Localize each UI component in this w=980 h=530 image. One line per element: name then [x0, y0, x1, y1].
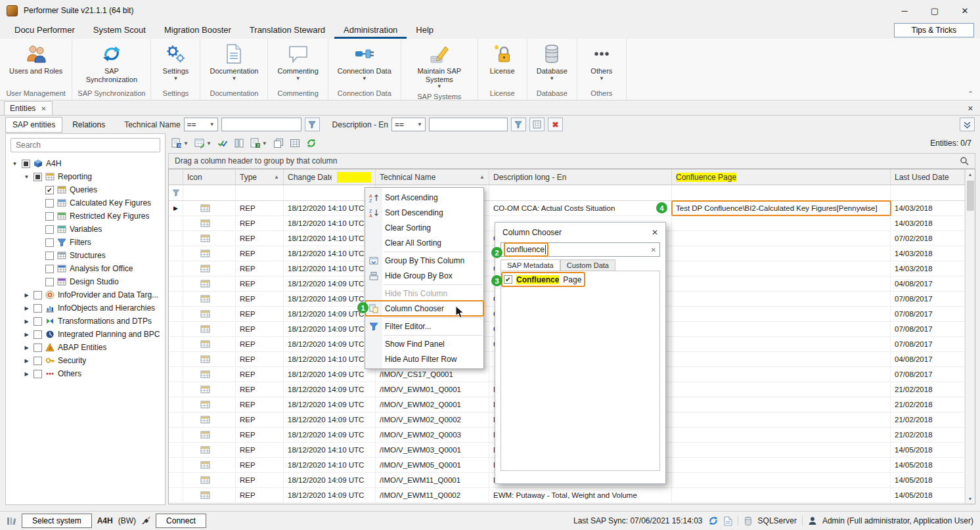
tree-item-filters[interactable]: Filters: [6, 236, 165, 249]
column-header-description-long-en[interactable]: Description long - En: [489, 169, 672, 185]
tree-item-queries[interactable]: ✔Queries: [6, 183, 165, 196]
tree-search-input[interactable]: [11, 138, 160, 152]
connect-button[interactable]: Connect: [156, 514, 206, 528]
column-header-item[interactable]: [169, 169, 183, 185]
sync-status-icon[interactable]: [708, 516, 719, 526]
column-header-icon[interactable]: Icon: [183, 169, 236, 185]
checkbox-unchecked-icon[interactable]: [45, 265, 54, 273]
tabbar-close-icon[interactable]: ✕: [968, 104, 973, 115]
expander-right-icon[interactable]: ▶: [23, 345, 30, 351]
tree-item-calculated-key-figures[interactable]: Calculated Key Figures: [6, 196, 165, 210]
checkbox-unchecked-icon[interactable]: [45, 252, 54, 260]
column-chooser-item-confluence-page[interactable]: ✔Confluence Page: [502, 273, 585, 286]
technical-name-filter-input[interactable]: [221, 118, 301, 131]
expander-right-icon[interactable]: ▶: [23, 319, 30, 324]
ribbon-button-others[interactable]: Others▼: [583, 41, 621, 87]
ribbon-collapse-icon[interactable]: ⌃: [968, 90, 973, 97]
tree-item-restricted-key-figures[interactable]: Restricted Key Figures: [6, 210, 165, 223]
tree-item-others[interactable]: ▶Others: [6, 367, 165, 380]
dialog-tab-sap-metadata[interactable]: SAP Metadata: [501, 259, 560, 271]
scrollbar-thumb[interactable]: [967, 181, 974, 211]
technical-name-filter-button[interactable]: [305, 118, 320, 131]
table-row[interactable]: REP18/12/2020 14:09 UTC/IMO/V_EWM11_Q000…: [169, 488, 965, 503]
tree-item-design-studio[interactable]: Design Studio: [6, 275, 165, 288]
menu-administration[interactable]: Administration: [334, 22, 407, 39]
filter-cell[interactable]: [489, 185, 672, 200]
tree-item-infoprovider-and-data-targ[interactable]: ▶InfoProvider and Data Targ...: [6, 288, 165, 301]
context-menu-item-sort-descending[interactable]: ZASort Descending: [365, 205, 483, 220]
search-icon[interactable]: [960, 156, 969, 166]
filter-cell[interactable]: [891, 185, 965, 200]
menu-translation-steward[interactable]: Translation Steward: [240, 22, 334, 39]
copy-button[interactable]: [271, 136, 286, 150]
tree-item-integrated-planning-and-bpc[interactable]: ▶Integrated Planning and BPC: [6, 328, 165, 341]
checkbox-checked-icon[interactable]: ✔: [45, 186, 54, 194]
auto-filter-row[interactable]: [169, 185, 965, 201]
expand-filters-button[interactable]: [960, 118, 975, 131]
refresh-button[interactable]: [304, 136, 319, 150]
checkbox-unchecked-icon[interactable]: [45, 238, 54, 247]
layout-button[interactable]: [288, 136, 302, 150]
context-menu-item-sort-ascending[interactable]: AZSort Ascending: [365, 190, 483, 205]
tree-item-security[interactable]: ▶Security: [6, 354, 165, 367]
ribbon-button-license[interactable]: License: [483, 41, 522, 87]
filter-cell[interactable]: [183, 185, 236, 200]
expander-down-icon[interactable]: ▼: [11, 161, 18, 167]
tips-and-tricks-button[interactable]: Tips & Tricks: [894, 23, 974, 37]
checkbox-unchecked-icon[interactable]: [45, 199, 54, 208]
tab-close-icon[interactable]: ✕: [41, 105, 46, 112]
column-header-type[interactable]: Type▲: [236, 169, 284, 185]
description-filter-input[interactable]: [429, 118, 508, 131]
checkbox-checked-icon[interactable]: ✔: [504, 275, 512, 284]
context-menu-item-clear-sorting[interactable]: Clear Sorting: [365, 220, 483, 235]
menu-docu-performer[interactable]: Docu Performer: [5, 22, 84, 39]
context-menu-item-show-find-panel[interactable]: Show Find Panel: [365, 336, 483, 351]
checkbox-unchecked-icon[interactable]: [45, 225, 54, 234]
checkbox-unchecked-icon[interactable]: [33, 357, 42, 365]
ribbon-button-users-and-roles[interactable]: Users and Roles: [5, 41, 66, 87]
description-filter-button[interactable]: [511, 118, 526, 131]
context-menu-item-group-by-this-column[interactable]: Group By This Column: [365, 253, 483, 268]
table-row[interactable]: ▶REP18/12/2020 14:10 UTCCO-OM CCA: Actua…: [169, 201, 965, 216]
tree-item-reporting[interactable]: ▼Reporting: [6, 170, 165, 183]
select-system-button[interactable]: Select system: [22, 514, 92, 528]
column-search-input[interactable]: confluence ✕: [501, 242, 660, 257]
checkbox-partial-icon[interactable]: [22, 160, 30, 168]
checkbox-unchecked-icon[interactable]: [33, 304, 42, 313]
menu-help[interactable]: Help: [407, 22, 443, 39]
expander-right-icon[interactable]: ▶: [23, 305, 30, 311]
expander-right-icon[interactable]: ▶: [23, 332, 30, 338]
checkbox-unchecked-icon[interactable]: [45, 212, 54, 221]
tab-entities[interactable]: Entities ✕: [4, 101, 53, 115]
expander-right-icon[interactable]: ▶: [23, 358, 30, 364]
checkbox-unchecked-icon[interactable]: [33, 291, 42, 299]
menu-migration-booster[interactable]: Migration Booster: [155, 22, 240, 39]
tree-item-a4h[interactable]: ▼A4H: [6, 157, 165, 170]
ribbon-button-settings[interactable]: Settings▼: [156, 41, 194, 87]
filter-cell[interactable]: [284, 185, 376, 200]
log-document-icon[interactable]: [724, 516, 732, 526]
ribbon-button-maintain-sap-systems[interactable]: Maintain SAP Systems▼: [407, 41, 472, 91]
tab-relations[interactable]: Relations: [66, 118, 112, 132]
description-operator-select[interactable]: == ▼: [391, 118, 426, 131]
clear-search-icon[interactable]: ✕: [651, 246, 656, 254]
context-menu-item-filter-editor[interactable]: Filter Editor...: [365, 319, 483, 334]
tree-item-structures[interactable]: Structures: [6, 249, 165, 262]
context-menu-item-hide-auto-filter-row[interactable]: Hide Auto Filter Row: [365, 351, 483, 366]
tree-item-infoobjects-and-hierarchies[interactable]: ▶InfoObjects and Hierarchies: [6, 301, 165, 315]
checkbox-unchecked-icon[interactable]: [33, 343, 42, 352]
dialog-close-icon[interactable]: ✕: [652, 228, 658, 237]
tree-item-variables[interactable]: Variables: [6, 223, 165, 236]
column-header-last-used-date[interactable]: Last Used Date: [891, 169, 965, 185]
filter-row-indicator[interactable]: [169, 185, 183, 200]
library-icon[interactable]: [7, 516, 16, 525]
tree-item-analysis-for-office[interactable]: Analysis for Office: [6, 262, 165, 275]
expander-down-icon[interactable]: ▼: [23, 174, 30, 180]
ribbon-button-connection-data[interactable]: Connection Data▼: [334, 41, 395, 87]
technical-name-operator-select[interactable]: == ▼: [184, 118, 218, 131]
scroll-up-icon[interactable]: ▲: [966, 169, 975, 179]
checkbox-unchecked-icon[interactable]: [33, 317, 42, 326]
tab-sap-entities[interactable]: SAP entities: [5, 117, 62, 133]
column-header-change-date[interactable]: Change Date: [284, 169, 376, 185]
dialog-tab-custom-data[interactable]: Custom Data: [560, 259, 615, 271]
